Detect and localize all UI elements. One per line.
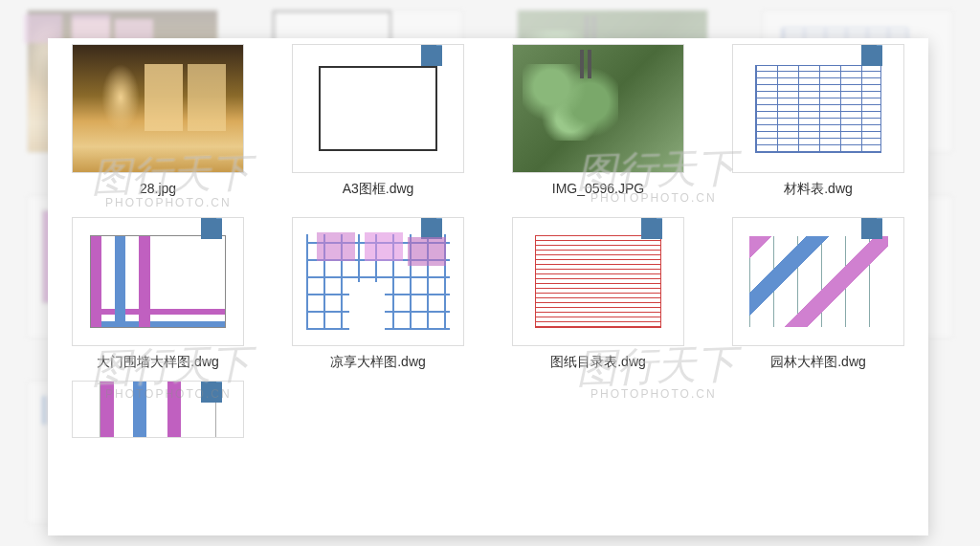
file-label: 材料表.dwg: [784, 181, 853, 198]
dwg-file-icon: [421, 44, 442, 66]
file-label: 凉享大样图.dwg: [330, 354, 426, 371]
dwg-file-icon: [861, 44, 882, 66]
file-item-drawing-catalog-dwg[interactable]: 图纸目录表.dwg: [498, 211, 699, 377]
dwg-file-icon: [201, 217, 222, 239]
file-thumbnail: [72, 381, 244, 438]
file-thumbnail: [292, 44, 464, 173]
file-label: IMG_0596.JPG: [552, 181, 645, 196]
dwg-file-icon: [861, 217, 882, 239]
file-thumbnail: [512, 217, 684, 346]
dwg-file-icon: [421, 217, 442, 239]
file-item-img-0596-jpg[interactable]: IMG_0596.JPG: [498, 38, 699, 204]
file-item-material-table-dwg[interactable]: 材料表.dwg: [718, 38, 919, 204]
file-item-pavilion-detail-dwg[interactable]: 凉享大样图.dwg: [278, 211, 479, 377]
file-thumbnail: [72, 217, 244, 346]
file-thumbnail: [72, 44, 244, 173]
file-thumbnail: [292, 217, 464, 346]
file-browser-panel: 28.jpg A3图框.dwg IMG_0596.JPG 材料表.dwg 大门围…: [48, 38, 928, 535]
file-label: 28.jpg: [140, 181, 176, 196]
dwg-file-icon: [201, 381, 222, 403]
file-item-a3-frame-dwg[interactable]: A3图框.dwg: [278, 38, 479, 204]
file-item-gate-wall-detail-dwg[interactable]: 大门围墙大样图.dwg: [57, 211, 258, 377]
file-label: 园林大样图.dwg: [770, 354, 866, 371]
dwg-file-icon: [641, 217, 662, 239]
file-label: 图纸目录表.dwg: [550, 354, 646, 371]
file-item-28-jpg[interactable]: 28.jpg: [57, 38, 258, 204]
file-thumbnail: [732, 44, 904, 173]
file-label: A3图框.dwg: [343, 181, 414, 198]
file-label: 大门围墙大样图.dwg: [97, 354, 219, 371]
file-grid: 28.jpg A3图框.dwg IMG_0596.JPG 材料表.dwg 大门围…: [48, 38, 928, 444]
file-item-partial[interactable]: [57, 375, 258, 444]
file-thumbnail: [732, 217, 904, 346]
file-item-garden-detail-dwg[interactable]: 园林大样图.dwg: [718, 211, 919, 377]
file-thumbnail: [512, 44, 684, 173]
